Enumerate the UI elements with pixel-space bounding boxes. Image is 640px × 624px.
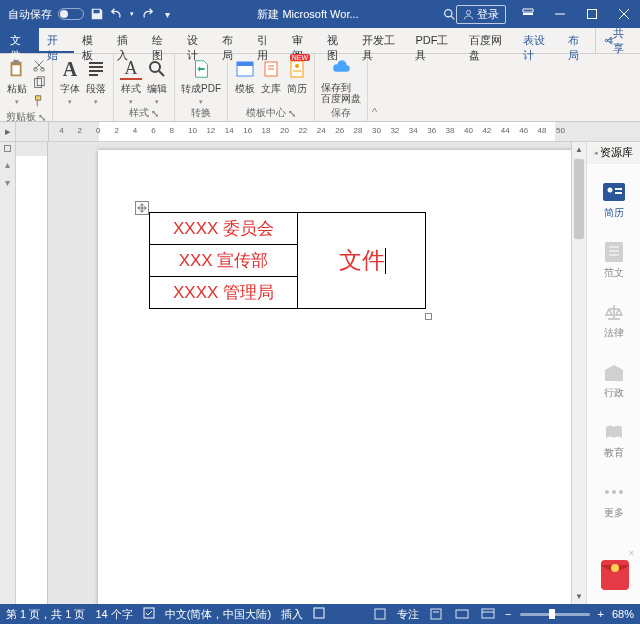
close-icon[interactable] xyxy=(608,0,640,28)
user-icon xyxy=(463,9,474,20)
undo-icon[interactable] xyxy=(110,7,124,21)
login-button[interactable]: 登录 xyxy=(456,5,506,24)
vertical-ruler[interactable] xyxy=(16,142,48,604)
selection-handle[interactable] xyxy=(4,145,11,152)
tab-table-design[interactable]: 表设计 xyxy=(515,28,559,53)
zoom-level[interactable]: 68% xyxy=(612,608,634,620)
tab-table-layout[interactable]: 布局 xyxy=(560,28,595,53)
status-page[interactable]: 第 1 页，共 1 页 xyxy=(6,607,85,622)
cell-r2c1[interactable]: XXX 宣传部 xyxy=(150,245,298,277)
nav-pane-toggle[interactable]: ▸ xyxy=(0,122,16,141)
tab-insert[interactable]: 插入 xyxy=(109,28,144,53)
tab-template[interactable]: 模板 xyxy=(74,28,109,53)
scroll-thumb[interactable] xyxy=(574,159,584,239)
editing-button[interactable]: 编辑 ▾ xyxy=(146,58,168,106)
pdf-convert-button[interactable]: 转成PDF ▾ xyxy=(181,58,221,106)
format-painter-icon[interactable] xyxy=(32,94,46,110)
search-icon[interactable] xyxy=(442,7,456,21)
status-insert-mode[interactable]: 插入 xyxy=(281,607,303,622)
tab-dev[interactable]: 开发工具 xyxy=(354,28,408,53)
selection-controls: ▴ ▾ xyxy=(0,142,16,604)
status-lang[interactable]: 中文(简体，中国大陆) xyxy=(165,607,271,622)
resource-panel: ◂资源库 简历 范文 法律 行政 教育 更多 × xyxy=(586,142,640,604)
maximize-icon[interactable] xyxy=(576,0,608,28)
paste-button[interactable]: 粘贴 ▾ xyxy=(6,58,28,106)
rpanel-item-edu[interactable]: 教育 xyxy=(602,422,626,460)
styles-button[interactable]: A 样式 ▾ xyxy=(120,58,142,106)
view-read-icon[interactable] xyxy=(453,607,471,621)
share-button[interactable]: 共享 xyxy=(595,28,640,53)
focus-mode-button[interactable] xyxy=(371,607,389,621)
autosave-toggle[interactable] xyxy=(58,8,84,20)
svg-point-2 xyxy=(466,10,470,14)
zoom-in-button[interactable]: + xyxy=(598,608,604,620)
library-button[interactable]: 文库 xyxy=(260,58,282,96)
promo-close-icon[interactable]: × xyxy=(629,548,634,558)
rpanel-item-resume[interactable]: 简历 xyxy=(602,182,626,220)
scroll-up-icon[interactable]: ▲ xyxy=(572,142,586,157)
rpanel-item-law[interactable]: 法律 xyxy=(602,302,626,340)
ribbon-options-icon[interactable] xyxy=(512,0,544,28)
rpanel-item-sample[interactable]: 范文 xyxy=(602,242,626,280)
copy-icon[interactable] xyxy=(32,76,46,92)
tab-file[interactable]: 文件 xyxy=(0,28,39,53)
red-packet-promo[interactable]: × xyxy=(598,550,632,590)
scroll-down-icon[interactable]: ▼ xyxy=(572,589,586,604)
resume-button[interactable]: NEW 简历 xyxy=(286,58,308,96)
font-button[interactable]: A 字体 ▾ xyxy=(59,58,81,106)
tab-layout[interactable]: 布局 xyxy=(214,28,249,53)
redo-icon[interactable] xyxy=(140,7,154,21)
tpl-launcher-icon[interactable]: ⤡ xyxy=(288,108,296,119)
table-move-handle[interactable] xyxy=(135,201,149,215)
status-accessibility-icon[interactable] xyxy=(313,607,325,621)
pdf-group-label: 转换 xyxy=(191,106,211,120)
vertical-scrollbar[interactable]: ▲ ▼ xyxy=(571,142,586,604)
styles-launcher-icon[interactable]: ⤡ xyxy=(151,108,159,119)
paragraph-button[interactable]: 段落 ▾ xyxy=(85,58,107,106)
tab-baidu[interactable]: 百度网盘 xyxy=(461,28,515,53)
tab-design[interactable]: 设计 xyxy=(179,28,214,53)
collapse-ribbon-icon[interactable]: ^ xyxy=(367,54,381,121)
clipboard-launcher-icon[interactable]: ⤡ xyxy=(38,112,46,123)
cell-merged-c2[interactable]: 文件 xyxy=(298,213,426,309)
status-proofing-icon[interactable] xyxy=(143,607,155,621)
svg-point-0 xyxy=(444,9,451,16)
group-font: A 字体 ▾ 段落 ▾ xyxy=(53,54,114,121)
view-print-icon[interactable] xyxy=(427,607,445,621)
view-web-icon[interactable] xyxy=(479,607,497,621)
zoom-slider[interactable] xyxy=(520,613,590,616)
library-label: 文库 xyxy=(261,82,281,96)
tab-references[interactable]: 引用 xyxy=(249,28,284,53)
rpanel-item-admin[interactable]: 行政 xyxy=(602,362,626,400)
minimize-icon[interactable] xyxy=(544,0,576,28)
cell-r1c1[interactable]: XXXX 委员会 xyxy=(150,213,298,245)
document-table[interactable]: XXXX 委员会 文件 XXX 宣传部 XXXX 管理局 xyxy=(149,212,426,309)
document-canvas[interactable]: XXXX 委员会 文件 XXX 宣传部 XXXX 管理局 xyxy=(48,142,586,604)
cell-r3c1[interactable]: XXXX 管理局 xyxy=(150,277,298,309)
undo-dropdown[interactable]: ▾ xyxy=(130,10,134,18)
rpanel-item-more[interactable]: 更多 xyxy=(602,482,626,520)
table-resize-handle[interactable] xyxy=(425,313,432,320)
share-label: 共享 xyxy=(613,26,632,56)
resource-panel-title[interactable]: ◂资源库 xyxy=(587,142,640,164)
cut-icon[interactable] xyxy=(32,58,46,74)
qat-more-icon[interactable]: ▾ xyxy=(160,7,174,21)
tab-draw[interactable]: 绘图 xyxy=(144,28,179,53)
tab-review[interactable]: 审阅 xyxy=(284,28,319,53)
save-cloud-button[interactable]: 保存到 百度网盘 xyxy=(321,58,361,104)
save-icon[interactable] xyxy=(90,7,104,21)
template-button[interactable]: 模板 xyxy=(234,58,256,96)
share-icon xyxy=(604,35,613,46)
horizontal-ruler[interactable]: 4202468101214161820222426283032343638404… xyxy=(48,122,640,141)
status-words[interactable]: 14 个字 xyxy=(95,607,132,622)
svg-point-27 xyxy=(295,64,299,68)
tab-view[interactable]: 视图 xyxy=(319,28,354,53)
svg-rect-31 xyxy=(615,188,622,190)
status-focus[interactable]: 专注 xyxy=(397,607,419,622)
tab-pdf[interactable]: PDF工具 xyxy=(407,28,461,53)
selection-down-icon[interactable]: ▾ xyxy=(5,178,10,188)
tab-home[interactable]: 开始 xyxy=(39,28,74,53)
selection-up-icon[interactable]: ▴ xyxy=(5,160,10,170)
svg-rect-32 xyxy=(615,192,622,194)
zoom-out-button[interactable]: − xyxy=(505,608,511,620)
